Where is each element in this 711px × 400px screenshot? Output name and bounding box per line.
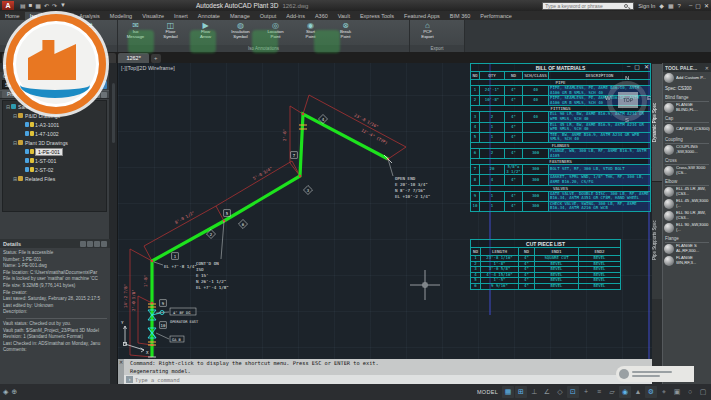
- qat-icon[interactable]: ↶: [44, 2, 49, 9]
- ribbon-button-location-point[interactable]: ◎Location Point: [258, 21, 293, 45]
- ribbon-tab-add-ins[interactable]: Add-ins: [281, 12, 310, 20]
- project-refresh-icon[interactable]: [99, 81, 107, 89]
- a360-icon[interactable]: ◆: [659, 2, 664, 9]
- details-toolbar-icon[interactable]: [101, 241, 107, 247]
- current-project-dropdown[interactable]: SanM_Project_23 ▼: [2, 80, 87, 89]
- viewcube-top-face[interactable]: TOP: [618, 92, 638, 108]
- minimize-icon[interactable]: –: [689, 2, 692, 9]
- close-icon[interactable]: ✕: [704, 2, 709, 9]
- close-icon[interactable]: ✕: [644, 63, 649, 70]
- qat-icon[interactable]: ■: [29, 2, 33, 9]
- tree-item-2-st-02[interactable]: 2-ST-02: [3, 165, 106, 174]
- minimize-icon[interactable]: –: [627, 63, 630, 70]
- nav-wheel-icon[interactable]: ◈: [3, 388, 8, 396]
- scrollbar-handle[interactable]: [112, 83, 115, 143]
- viewcube-west[interactable]: W: [605, 95, 611, 101]
- palette-tab-pipe-supports-spec[interactable]: Pipe Supports Spec: [652, 181, 662, 299]
- help-icon[interactable]: ?: [678, 3, 681, 9]
- ribbon-tab-featured-apps[interactable]: Featured Apps: [399, 12, 445, 20]
- ribbon-button-start-point[interactable]: ◉Start Point: [293, 21, 328, 45]
- ribbon-button-floor-symbol[interactable]: ◫Floor Symbol: [153, 21, 188, 45]
- selection-cycling-icon[interactable]: ◉: [619, 386, 631, 398]
- annotation-monitor-icon[interactable]: ⌖: [658, 386, 670, 398]
- palette-tool-coupling-sw-3000[interactable]: COUPLING ,SW,3000...: [663, 144, 711, 156]
- tab-project[interactable]: Project: [2, 91, 28, 98]
- drawing-canvas[interactable]: [-][Top][2D Wireframe] –▢✕: [118, 63, 652, 384]
- annotation-scale-icon[interactable]: ▲: [632, 386, 644, 398]
- details-toolbar-icon[interactable]: [87, 241, 93, 247]
- quick-properties-icon[interactable]: ▣: [671, 386, 683, 398]
- qat-icon[interactable]: ▦: [35, 2, 41, 9]
- viewcube-north[interactable]: N: [625, 75, 629, 81]
- doc-tab-drawing1[interactable]: Drawing1*: [32, 53, 73, 63]
- tree-item-1-pe-001[interactable]: 1-PE-001: [3, 147, 106, 156]
- tree-item-1-47-1002[interactable]: 1-47-1002: [3, 129, 106, 138]
- viewcube-home-icon[interactable]: ⌂: [600, 71, 603, 77]
- ribbon-tab-iso[interactable]: Iso: [25, 12, 42, 20]
- viewcube-east[interactable]: E: [647, 95, 651, 101]
- ribbon-button-iso-message[interactable]: ✉Iso Message: [118, 21, 153, 45]
- ribbon-tab-annotate[interactable]: Annotate: [193, 12, 225, 20]
- tree-item-p-id-drawings[interactable]: ⊟P&ID Drawings: [3, 111, 106, 120]
- app-menu-button[interactable]: A: [2, 1, 14, 10]
- sign-in-link[interactable]: Sign In: [638, 3, 655, 9]
- project-open-icon[interactable]: [90, 81, 98, 89]
- polar-tracking-icon[interactable]: ∠: [541, 386, 553, 398]
- ribbon-button-pcf-to-iso[interactable]: ⇄PCF to Iso: [72, 21, 107, 45]
- details-toolbar-icon[interactable]: [94, 241, 100, 247]
- isolate-objects-icon[interactable]: ○: [684, 386, 696, 398]
- exchange-apps-icon[interactable]: ▦: [668, 2, 674, 9]
- ribbon-tab-analysis[interactable]: Analysis: [74, 12, 104, 20]
- tree-item-1-st-001[interactable]: 1-ST-001: [3, 156, 106, 165]
- dynamic-input-icon[interactable]: +: [580, 386, 592, 398]
- ribbon-tab-manage[interactable]: Manage: [225, 12, 255, 20]
- lineweight-icon[interactable]: ≡: [593, 386, 605, 398]
- ribbon-tab-home[interactable]: Home: [0, 12, 25, 20]
- doc-tab-1-pe-001[interactable]: 1-PE-001*: [75, 53, 116, 63]
- ribbon-button-pcf-export[interactable]: ⌂PCF Export: [410, 21, 445, 45]
- help-search-input[interactable]: [543, 3, 623, 9]
- grid-icon[interactable]: ▦: [502, 386, 514, 398]
- ribbon-tab-bim-360[interactable]: BIM 360: [445, 12, 475, 20]
- notification-badge[interactable]: [616, 366, 694, 382]
- close-icon[interactable]: ✕: [705, 65, 709, 71]
- ribbon-button-insulation-symbol[interactable]: ◍Insulation Symbol: [223, 21, 258, 45]
- transparency-icon[interactable]: ▱: [606, 386, 618, 398]
- palette-tool-flange-wn-rf-3[interactable]: FLANGE WN,RF,3...: [663, 255, 711, 267]
- restore-icon[interactable]: ▢: [695, 2, 701, 9]
- ribbon-tab-a360[interactable]: A360: [310, 12, 333, 20]
- qat-icon[interactable]: ↷: [52, 2, 57, 9]
- palette-tool-flange-s-al-rf-300[interactable]: FLANGE S AL,RF,300...: [663, 243, 711, 255]
- tree-toolbar-icon[interactable]: [101, 92, 107, 98]
- snap-icon[interactable]: ⊞: [515, 386, 527, 398]
- touch-mode-icon[interactable]: ⊕: [11, 388, 17, 396]
- details-toolbar-icon[interactable]: [80, 241, 86, 247]
- close-icon[interactable]: ✕: [119, 359, 123, 365]
- restore-icon[interactable]: ▢: [634, 63, 640, 70]
- iso-draft-icon[interactable]: ◇: [554, 386, 566, 398]
- clean-screen-icon[interactable]: ▢: [697, 386, 709, 398]
- ribbon-button-flow-arrow[interactable]: ▶Flow Arrow: [188, 21, 223, 45]
- tree-toolbar-icon[interactable]: [94, 92, 100, 98]
- palette-divider-strip[interactable]: [110, 63, 118, 384]
- tree-item-sanm-project-23[interactable]: ⊟SanM_Project_23: [3, 102, 106, 111]
- ribbon-tab-structure[interactable]: Structure: [42, 12, 74, 20]
- tree-item-plant-3d-drawings[interactable]: ⊟Plant 3D Drawings: [3, 138, 106, 147]
- viewport-controls-label[interactable]: [-][Top][2D Wireframe]: [121, 65, 175, 71]
- ortho-icon[interactable]: ⊥: [528, 386, 540, 398]
- ribbon-tab-express-tools[interactable]: Express Tools: [355, 12, 399, 20]
- ribbon-tab-insert[interactable]: Insert: [169, 12, 193, 20]
- palette-tool-add-custom-p[interactable]: Add Custom P...: [663, 72, 711, 84]
- viewcube[interactable]: TOP N W E S ⌂: [604, 75, 652, 127]
- doc-tab-start[interactable]: Start: [2, 53, 30, 63]
- osnap-icon[interactable]: ⊡: [567, 386, 579, 398]
- viewcube-south[interactable]: S: [625, 117, 629, 123]
- tree-toolbar-icon[interactable]: [87, 92, 93, 98]
- help-search-box[interactable]: [542, 2, 634, 10]
- palette-tool-ell-90-sw-3000[interactable]: ELL 90 ,SW,3000 (...: [663, 222, 711, 234]
- doc-tab-1262[interactable]: 1262*: [118, 53, 148, 63]
- command-input[interactable]: [135, 377, 652, 383]
- ribbon-tab-vault[interactable]: Vault: [333, 12, 355, 20]
- workspace-gear-icon[interactable]: ⚙: [645, 386, 657, 398]
- ribbon-tab-performance[interactable]: Performance: [475, 12, 517, 20]
